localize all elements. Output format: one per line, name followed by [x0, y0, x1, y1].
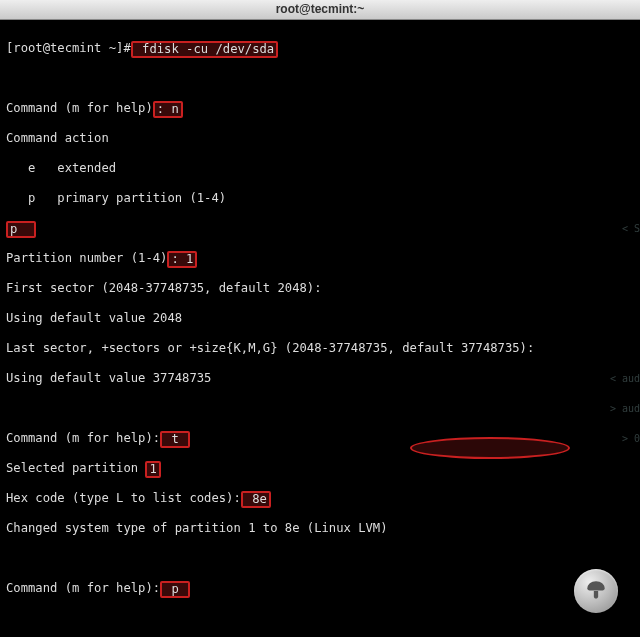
side-hint: < aud: [610, 371, 640, 386]
terminal-area[interactable]: [root@tecmint ~]# fdisk -cu /dev/sda Com…: [0, 20, 640, 637]
input-p-print: p: [160, 581, 190, 598]
selected-partition: Selected partition 1: [6, 461, 634, 476]
use-default-1: Using default value 2048: [6, 311, 634, 326]
opt-primary: p primary partition (1-4): [6, 191, 634, 206]
cmd-help-3: Command (m for help): p: [6, 581, 634, 596]
cmd-action: Command action: [6, 131, 634, 146]
input-t: t: [160, 431, 190, 448]
selected-partition-num: 1: [145, 461, 160, 478]
notification-bubble[interactable]: [574, 569, 618, 613]
input-n: : n: [153, 101, 183, 118]
prompt-prefix: [root@tecmint ~]#: [6, 41, 131, 55]
changed-type: Changed system type of partition 1 to 8e…: [6, 521, 634, 536]
use-default-2: Using default value 37748735< aud: [6, 371, 634, 386]
partition-number-line: Partition number (1-4): 1: [6, 251, 634, 266]
opt-extended: e extended: [6, 161, 634, 176]
oval-highlight-id-system: [410, 437, 570, 459]
first-sector: First sector (2048-37748735, default 204…: [6, 281, 634, 296]
cmd-fdisk: fdisk -cu /dev/sda: [131, 41, 278, 58]
last-sector: Last sector, +sectors or +size{K,M,G} (2…: [6, 341, 634, 356]
prompt-line-1: [root@tecmint ~]# fdisk -cu /dev/sda: [6, 41, 634, 56]
blank: [6, 551, 634, 566]
hex-code-line: Hex code (type L to list codes): 8e: [6, 491, 634, 506]
side-hint: > aud: [610, 401, 640, 416]
input-p: p: [6, 221, 36, 238]
blank: [6, 611, 634, 626]
window-titlebar: root@tecmint:~: [0, 0, 640, 20]
side-hint: > 0: [622, 431, 640, 446]
input-partnum: : 1: [167, 251, 197, 268]
cmd-help-1: Command (m for help): n: [6, 101, 634, 116]
side-hint: < S: [622, 221, 640, 236]
window-title: root@tecmint:~: [276, 2, 365, 17]
input-8e: 8e: [241, 491, 271, 508]
input-p-line: p < S: [6, 221, 634, 236]
blank: [6, 71, 634, 86]
mushroom-icon: [583, 578, 609, 604]
blank: > aud: [6, 401, 634, 416]
